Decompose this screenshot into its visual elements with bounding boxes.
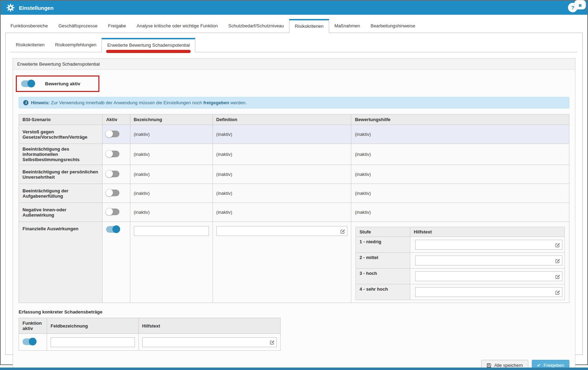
definition-cell: (inaktiv) — [213, 125, 351, 144]
hilfstext-cell — [410, 253, 565, 269]
row-active-toggle[interactable] — [106, 131, 119, 137]
toggle-knob — [105, 130, 113, 138]
subtab-risikokriterien[interactable]: Risikokriterien — [11, 38, 50, 52]
rating-help-row-3-hoch: 3 - hoch — [356, 269, 565, 284]
col-hilfstext: Hilfstext — [138, 318, 280, 334]
bezeichnung-cell: (inaktiv) — [130, 184, 213, 203]
tab-geschäftsprozesse[interactable]: Geschäftsprozesse — [53, 19, 103, 33]
scenario-name: Negative Innen-oder Außenwirkung — [19, 203, 103, 222]
scenario-name: Beeinträchtigung der persönlichen Unvers… — [19, 165, 103, 184]
row-active-toggle[interactable] — [106, 171, 119, 177]
scenario-name: Beeinträchtigung der Aufgabenerfüllung — [19, 184, 103, 203]
rating-help-header: Stufe Hilfstext — [356, 227, 565, 237]
inactive-text: (inaktiv) — [216, 210, 233, 215]
edit-icon[interactable] — [553, 258, 562, 263]
feldbezeichnung-input[interactable] — [51, 337, 135, 347]
definition-input[interactable] — [217, 226, 338, 236]
inactive-text: (inaktiv) — [134, 191, 150, 196]
feldbezeichnung-cell — [47, 334, 138, 351]
bezeichnung-cell: (inaktiv) — [130, 125, 213, 144]
hilfstext-input[interactable] — [416, 240, 553, 249]
edit-icon[interactable] — [553, 274, 562, 279]
notice-label: Hinweis: — [31, 100, 50, 105]
stufe-label: 1 - niedrig — [356, 237, 410, 253]
col-bezeichnung: Bezeichnung — [130, 114, 213, 125]
toggle-knob — [105, 208, 113, 216]
col-feldbezeichnung: Feldbezeichnung — [47, 318, 138, 334]
inactive-text: (inaktiv) — [355, 210, 371, 215]
notice-after: werden. — [230, 100, 247, 105]
inactive-text: (inaktiv) — [134, 210, 150, 215]
row-active-toggle[interactable] — [106, 226, 119, 233]
tab-maßnahmen[interactable]: Maßnahmen — [329, 19, 365, 33]
col-aktiv: Aktiv — [103, 114, 130, 125]
inactive-text: (inaktiv) — [355, 191, 371, 196]
notice-bar: i Hinweis: Zur Verwendung innerhalb der … — [19, 97, 569, 108]
col-funktion-aktiv: Funktion aktiv — [19, 318, 47, 334]
definition-cell: (inaktiv) — [213, 184, 351, 203]
release-label: Freigeben — [543, 363, 564, 368]
hilfstext-input[interactable] — [416, 288, 553, 297]
funktion-aktiv-toggle[interactable] — [22, 338, 36, 345]
hilfstext-input[interactable] — [143, 338, 267, 347]
tab-risikokriterien[interactable]: Risikokriterien — [289, 19, 329, 33]
annotation-red-box: Bewertung aktiv — [16, 75, 99, 92]
panel-title: Erweiterte Bewertung Schadenspotential — [13, 59, 575, 70]
row-active-toggle[interactable] — [106, 190, 119, 196]
bezeichnung-cell — [130, 222, 213, 303]
bewertungshilfe-cell: (inaktiv) — [351, 184, 569, 203]
bewertung-aktiv-toggle[interactable] — [21, 80, 34, 87]
scenario-name: Finanzielle Auswirkungen — [19, 222, 103, 303]
row-active-toggle[interactable] — [106, 151, 119, 157]
toggle-knob — [29, 338, 37, 345]
footer-actions: Alle speichern ✔ Freigeben — [19, 351, 569, 370]
scenario-row-negative-innen-oder-außenwirkung: Negative Innen-oder Außenwirkung(inaktiv… — [19, 203, 569, 222]
inactive-text: (inaktiv) — [355, 152, 371, 157]
bezeichnung-cell: (inaktiv) — [130, 165, 213, 184]
row-active-toggle[interactable] — [106, 209, 119, 215]
rating-help-body: 1 - niedrig2 - mittel3 - hoch4 - sehr ho… — [356, 237, 565, 300]
bezeichnung-input[interactable] — [134, 226, 209, 236]
definition-cell: (inaktiv) — [213, 165, 351, 184]
inactive-text: (inaktiv) — [216, 172, 233, 177]
bewertungshilfe-cell: (inaktiv) — [351, 165, 569, 184]
rating-help-row-4-sehr-hoch: 4 - sehr hoch — [356, 284, 565, 300]
aktiv-cell — [103, 184, 130, 203]
edit-icon[interactable] — [553, 290, 562, 295]
tab-bearbeitungshinweise[interactable]: Bearbeitungshinweise — [365, 19, 420, 33]
tab-freigabe[interactable]: Freigabe — [103, 19, 131, 33]
tab-funktionsbereiche[interactable]: Funktionsbereiche — [5, 19, 53, 33]
hilfstext-input[interactable] — [416, 256, 553, 265]
gear-icon — [6, 4, 15, 12]
rating-help-row-2-mittel: 2 - mittel — [356, 253, 565, 269]
bottom-accent-bar — [0, 368, 588, 370]
close-icon[interactable]: ✖ — [574, 0, 586, 9]
scenario-row-beeinträchtigung-der-aufgabenerfüllung: Beeinträchtigung der Aufgabenerfüllung(i… — [19, 184, 569, 203]
tab-label: Bearbeitungshinweise — [371, 23, 415, 28]
tab-analyse-kritische-oder-wichtige-funktion[interactable]: Analyse kritische oder wichtige Funktion — [131, 19, 223, 33]
aktiv-cell — [103, 125, 130, 144]
notice-before: Zur Verwendung innerhalb der Anwendung m… — [51, 100, 202, 105]
tab-schutzbedarf-schutzniveau[interactable]: Schutzbedarf/Schutzniveau — [223, 19, 289, 33]
scenario-header-row: BSI-Szenario Aktiv Bezeichnung Definitio… — [19, 114, 569, 125]
tab-label: Funktionsbereiche — [11, 23, 48, 28]
info-icon: i — [23, 100, 28, 105]
bezeichnung-cell: (inaktiv) — [130, 203, 213, 222]
toggle-knob — [105, 189, 113, 197]
hilfstext-input[interactable] — [416, 272, 553, 281]
definition-cell: (inaktiv) — [213, 203, 351, 222]
subtab-erweiterte-bewertung-schadenspotential[interactable]: Erweiterte Bewertung Schadenspotential — [102, 38, 195, 52]
edit-icon[interactable] — [338, 229, 347, 234]
subtab-risikoempfehlungen[interactable]: Risikoempfehlungen — [50, 38, 102, 52]
col-definition: Definition — [213, 114, 351, 125]
tab-label: Risikokriterien — [295, 24, 324, 29]
inactive-text: (inaktiv) — [134, 132, 150, 137]
scenario-row-verstoß-gegen-gesetze-vorschriften-verträge: Verstoß gegen Gesetze/Vorschriften/Vertr… — [19, 125, 569, 144]
tab-label: Maßnahmen — [334, 23, 360, 28]
edit-icon[interactable] — [553, 242, 562, 247]
settings-window: Einstellungen ? ✖ FunktionsbereicheGesch… — [0, 0, 588, 365]
edit-icon[interactable] — [267, 339, 276, 345]
col-bsi-szenario: BSI-Szenario — [19, 114, 103, 125]
toggle-knob — [27, 80, 35, 87]
aktiv-cell — [103, 222, 130, 303]
